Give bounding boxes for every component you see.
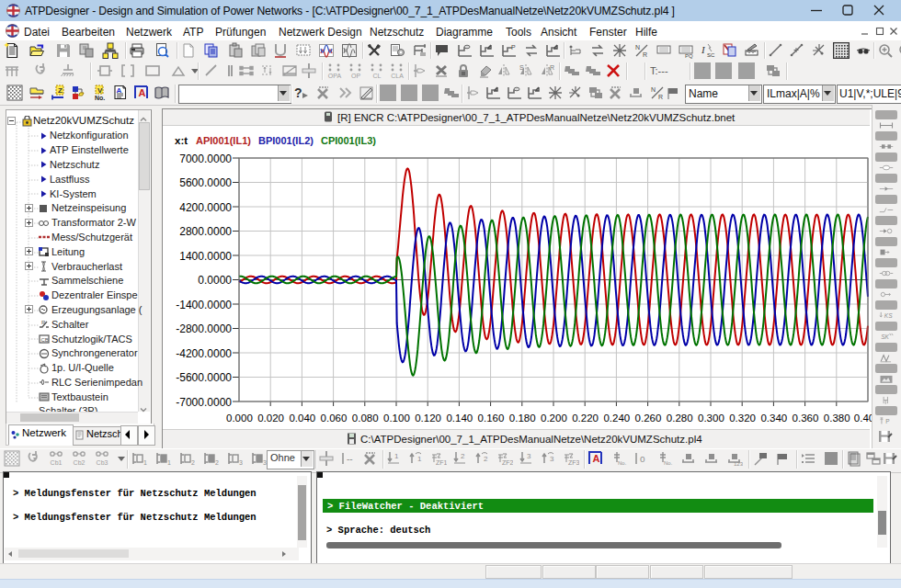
svg-text:3: 3 — [239, 459, 243, 466]
svg-text:2: 2 — [484, 455, 488, 463]
svg-text:2: 2 — [191, 459, 195, 466]
svg-text:1: 1 — [417, 455, 422, 463]
svg-text:No.: No. — [664, 460, 673, 466]
svg-text:--: -- — [347, 454, 353, 464]
svg-text:Cb2: Cb2 — [74, 459, 86, 466]
svg-text:No.: No. — [618, 460, 627, 466]
svg-text:3: 3 — [527, 452, 531, 460]
svg-text:Cb3: Cb3 — [97, 459, 108, 466]
svg-text:Cb1: Cb1 — [51, 459, 63, 466]
svg-text:A: A — [593, 453, 600, 464]
svg-text:1234: 1234 — [734, 461, 743, 467]
svg-text:1: 1 — [143, 459, 147, 466]
svg-text:2: 2 — [461, 452, 465, 460]
svg-text:o: o — [640, 454, 645, 464]
svg-text:SK: SK — [881, 334, 889, 340]
svg-text:1: 1 — [167, 459, 171, 466]
svg-text:ZF2: ZF2 — [502, 459, 513, 466]
svg-text:KS: KS — [884, 312, 893, 319]
svg-text:3: 3 — [550, 455, 554, 463]
svg-text:ZF3: ZF3 — [568, 459, 579, 466]
svg-text:2: 2 — [215, 459, 219, 466]
svg-text:1: 1 — [394, 452, 399, 460]
svg-text:ZF1: ZF1 — [436, 459, 447, 466]
svg-text:P: P — [885, 418, 889, 424]
